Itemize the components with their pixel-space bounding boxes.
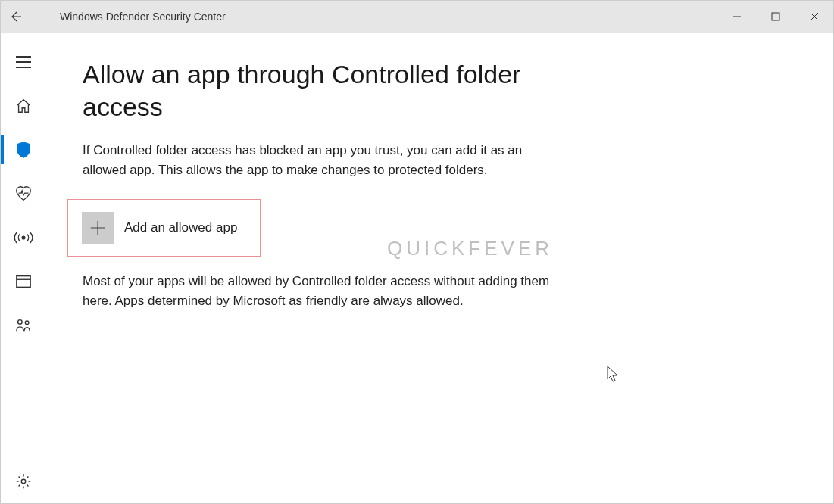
home-icon	[15, 98, 32, 114]
intro-paragraph: If Controlled folder access has blocked …	[83, 141, 552, 181]
svg-point-10	[18, 320, 23, 325]
sidebar	[1, 33, 46, 503]
window-controls	[717, 1, 833, 33]
hamburger-icon	[15, 55, 32, 69]
sidebar-item-device-performance[interactable]	[1, 172, 46, 216]
sidebar-item-family-options[interactable]	[1, 303, 46, 347]
sidebar-menu-button[interactable]	[1, 40, 46, 84]
maximize-icon	[771, 12, 780, 21]
minimize-icon	[732, 12, 742, 21]
watermark: QUICKFEVER	[387, 237, 553, 260]
broadcast-icon	[14, 229, 33, 246]
sidebar-item-home[interactable]	[1, 84, 46, 128]
add-allowed-app-label: Add an allowed app	[124, 220, 237, 235]
sidebar-item-settings[interactable]	[1, 459, 46, 503]
content-area: Allow an app through Controlled folder a…	[46, 33, 833, 503]
family-icon	[14, 317, 33, 334]
plus-icon	[89, 219, 106, 236]
svg-rect-8	[17, 276, 30, 288]
add-allowed-app-highlight: Add an allowed app	[67, 199, 261, 257]
note-paragraph: Most of your apps will be allowed by Con…	[83, 272, 552, 312]
titlebar: Windows Defender Security Center	[1, 1, 833, 33]
sidebar-item-app-browser-control[interactable]	[1, 260, 46, 303]
svg-point-12	[21, 479, 26, 484]
sidebar-item-virus-protection[interactable]	[1, 128, 46, 172]
shield-icon	[15, 141, 32, 159]
back-arrow-icon	[10, 10, 23, 23]
heart-health-icon	[14, 185, 33, 202]
app-browser-icon	[15, 274, 32, 289]
svg-rect-1	[772, 13, 779, 20]
close-button[interactable]	[795, 1, 833, 33]
window-title: Windows Defender Security Center	[60, 11, 226, 23]
back-button[interactable]	[1, 1, 33, 33]
close-icon	[810, 12, 819, 21]
minimize-button[interactable]	[717, 1, 756, 33]
svg-point-11	[25, 321, 29, 325]
maximize-button[interactable]	[756, 1, 795, 33]
body-area: Allow an app through Controlled folder a…	[1, 33, 833, 503]
plus-box	[82, 212, 114, 244]
svg-point-7	[22, 236, 25, 239]
page-heading: Allow an app through Controlled folder a…	[83, 58, 567, 123]
add-allowed-app-button[interactable]: Add an allowed app	[82, 212, 237, 244]
gear-icon	[15, 473, 32, 490]
sidebar-item-firewall-network[interactable]	[1, 216, 46, 260]
